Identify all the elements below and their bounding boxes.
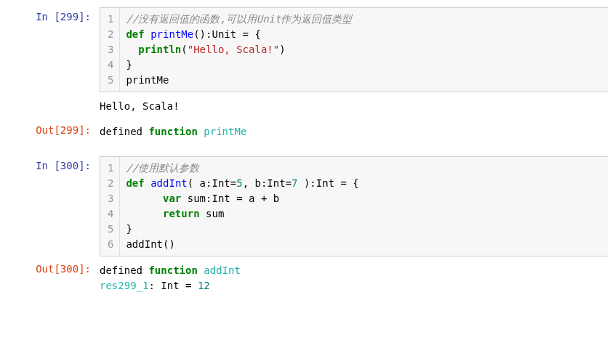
output-cell: Out[299]:defined function printMe [7,121,608,143]
code-input[interactable]: 1 2 3 4 5//没有返回值的函数,可以用Unit作为返回值类型 def p… [100,7,608,92]
stdout-text: Hello, Scala! [100,95,608,118]
code-input[interactable]: 1 2 3 4 5 6//使用默认参数 def addInt( a:Int=5,… [100,156,608,256]
in-prompt: In [299]: [7,7,100,92]
line-gutter: 1 2 3 4 5 6 [100,157,120,256]
code-area[interactable]: //使用默认参数 def addInt( a:Int=5, b:Int=7 ):… [120,157,608,256]
out-prompt: Out[300]: [7,259,100,297]
in-prompt: In [300]: [7,156,100,256]
input-cell: In [299]:1 2 3 4 5//没有返回值的函数,可以用Unit作为返回… [7,7,608,92]
line-gutter: 1 2 3 4 5 [100,8,120,92]
output-text: defined function addInt res299_1: Int = … [100,259,608,297]
stdout-cell: Hello, Scala! [7,95,608,118]
code-area[interactable]: //没有返回值的函数,可以用Unit作为返回值类型 def printMe():… [120,8,608,92]
out-prompt: Out[299]: [7,121,100,143]
input-cell: In [300]:1 2 3 4 5 6//使用默认参数 def addInt(… [7,156,608,256]
output-cell: Out[300]:defined function addInt res299_… [7,259,608,297]
output-text: defined function printMe [100,121,608,143]
